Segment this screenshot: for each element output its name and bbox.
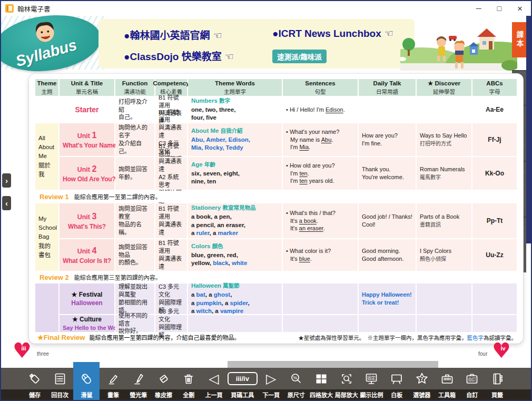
toc-button[interactable]: 回目次 <box>48 368 72 400</box>
culture-title-cell: ★ Culture Say Hello to the World <box>60 315 114 332</box>
starter-abcs-cell: Aa-Ee <box>472 97 517 122</box>
region-zoom-button[interactable]: 局部放大 <box>335 368 358 400</box>
starter-sentences-cell: • Hi / Hello! I'm Edison. <box>283 97 358 122</box>
link-hanlin-english-site[interactable]: ●翰林國小英語官網☜ <box>124 27 222 42</box>
unit1-title-cell: Unit 1 What's Your Name? <box>60 123 114 156</box>
unit3-function-cell: 詢問並回答教室 物品的名稱。 <box>115 203 154 238</box>
col-header-discover: ★ Discover延伸學習 <box>417 79 471 96</box>
number-picker-button[interactable]: 7 選號器 <box>410 368 434 400</box>
pen-button[interactable]: 畫筆 <box>102 368 125 400</box>
culture-competency-cell: C3 多元文化 與國際理解 <box>155 315 187 332</box>
unit1-daily-cell: How are you? I'm fine. <box>359 123 416 156</box>
col-header-daily-talk: Daily Talk日常用語 <box>359 79 416 96</box>
toc-icon <box>53 368 67 389</box>
unit3-daily-cell: Good job! / Thanks! Cool! <box>359 203 416 238</box>
page-tab-button[interactable]: 頁籤 <box>486 368 509 400</box>
unit2-competency-cell: B1 符號運用 與溝通表達 A2 系統思考 與解決問題 <box>155 157 187 190</box>
quad-zoom-button[interactable]: 四格放大 <box>310 368 333 400</box>
culture-sentences-cell <box>283 315 358 332</box>
page-number-tool-button[interactable]: iii/iv 頁碼工具 <box>228 368 258 400</box>
unit1-sentences-cell: • What's your name?My name is Abu.I'm Mi… <box>283 123 358 156</box>
eraser-icon <box>156 368 171 389</box>
quiz-fun-chip-button[interactable]: 速測派/趣味派 <box>272 50 327 63</box>
unit4-abcs-cell: Uu-Zz <box>472 239 517 271</box>
unit4-function-cell: 詢問並回答物品 的顏色。 <box>115 239 154 271</box>
starter-title-cell: Starter <box>60 97 114 122</box>
unit1-discover-cell: Ways to Say Hello打招呼的方式 <box>417 123 471 156</box>
next-page-button[interactable]: ▷ 下一頁 <box>260 368 283 400</box>
pointer-hand-icon: ☜ <box>213 30 222 41</box>
delete-all-button[interactable]: 全刪 <box>177 368 200 400</box>
unit2-daily-cell: Thank you. You're welcome. <box>359 157 416 190</box>
kids-walking-illustration <box>400 17 517 71</box>
unit2-discover-cell: Roman Numerals羅馬數字 <box>417 157 471 190</box>
whiteboard-icon <box>389 368 404 389</box>
festival-theme-cell <box>35 283 58 332</box>
unit2-function-cell: 詢問並回答年齡。 <box>115 157 154 190</box>
unit3-title-cell: Unit 3 What's This? <box>60 203 114 238</box>
col-header-sentences: Sentences句型 <box>283 79 358 96</box>
unit1-abcs-cell: Ff-Jj <box>472 123 517 156</box>
window-title: 翰林電子書 <box>17 4 51 14</box>
page-word-right: four <box>478 351 487 357</box>
link-icrt-news-lunchbox[interactable]: ●ICRT News Lunchbox☜ <box>272 27 393 40</box>
festival-sentences-cell <box>283 283 358 314</box>
festival-abcs-cell <box>472 283 517 314</box>
close-button[interactable]: × <box>517 4 523 13</box>
custom-tool-button[interactable]: 自訂 自訂 <box>460 368 484 400</box>
unit4-words-cell: Colors 顏色 blue, green, red,yellow, black… <box>188 239 282 271</box>
unit4-daily-cell: Good morning. Good afternoon. <box>359 239 416 271</box>
col-header-abcs: ABCs字母 <box>472 79 517 96</box>
highlighter-button[interactable]: 螢光筆 <box>127 368 150 400</box>
festival-discover-cell <box>417 283 471 314</box>
expand-panel-button[interactable]: › <box>2 173 11 188</box>
unit1-words-cell: About Me 自我介紹 Abu, Amber, Edison,Mia, Ro… <box>188 123 282 156</box>
tab-textbook[interactable]: 課本 <box>512 22 526 57</box>
culture-discover-cell <box>417 315 471 332</box>
culture-function-cell: 使用不同的語言 說你好。 <box>115 315 154 332</box>
whiteboard-button[interactable]: 白板 <box>385 368 408 400</box>
mouse-icon <box>79 368 94 389</box>
pointer-hand-icon: ☜ <box>225 51 234 62</box>
col-header-unit-title: Unit & Title單元名稱 <box>60 79 114 96</box>
starter-function-cell: 打招呼及介紹 自己。 <box>115 97 154 122</box>
col-header-theme: Theme主題 <box>35 79 58 96</box>
mouse-tool-button[interactable]: 滑鼠 <box>73 362 100 400</box>
syllabus-table: Theme主題 Unit & Title單元名稱 Function溝通功能 Co… <box>35 79 517 332</box>
link-classdojo[interactable]: ●ClassDojo 快樂教室☜ <box>124 48 234 63</box>
col-header-theme-words: Theme Words主題單字 <box>188 79 282 96</box>
maximize-button[interactable]: □ <box>497 5 501 12</box>
custom-tool-icon: 自訂 <box>465 368 479 389</box>
festival-title-cell: ★ Festival Halloween <box>60 283 114 314</box>
starter-words-cell: Numbers 數字 one, two, three,four, five <box>188 97 282 122</box>
prev-page-button[interactable]: ◁ 上一頁 <box>202 368 225 400</box>
window-controls: ─ □ × <box>476 4 531 13</box>
collapse-panel-button[interactable]: ‹ <box>2 196 11 210</box>
header-link-panel: ●翰林國小英語官網☜ ●ICRT News Lunchbox☜ ●ClassDo… <box>98 19 415 69</box>
vocabulary-footnote: ★星號處為彈性學習單元。 ※主題單字一欄內，黑色字為應用字彙，藍色字為認讀字彙。 <box>298 334 517 341</box>
original-size-button[interactable]: % 原尺寸 <box>284 368 308 400</box>
unit4-competency-cell: B1 符號運用 與溝通表達 <box>155 239 187 271</box>
svg-text:固定: 固定 <box>368 375 376 380</box>
unit2-words-cell: Age 年齡 six, seven, eight,nine, ten <box>188 157 282 190</box>
unit2-sentences-cell: • How old are you?I'm ten.I'm ten years … <box>283 157 358 190</box>
eraser-button[interactable]: 橡皮擦 <box>152 368 175 400</box>
minimize-button[interactable]: ─ <box>476 5 481 12</box>
original-size-icon: % <box>289 368 303 389</box>
unit4-discover-cell: I Spy Colors顏色小偵探 <box>417 239 471 271</box>
syllabus-page: Theme主題 Unit & Title單元名稱 Function溝通功能 Co… <box>29 74 523 344</box>
unit2-title-cell: Unit 2 How Old Are You? <box>60 157 114 190</box>
theme-all-about-me: All About Me 關於我 <box>35 123 58 190</box>
horizontal-scrollbar[interactable] <box>228 361 438 368</box>
save-button[interactable]: 儲存 <box>23 368 46 400</box>
toolbox-button[interactable]: 工具箱 <box>436 368 459 400</box>
app-window: 翰林電子書 ─ □ × Syllabus ●翰林國小英語官網☜ ●ICRT Ne… <box>0 0 532 401</box>
display-scale-button[interactable]: 固定 顯示比例 <box>360 368 383 400</box>
next-page-icon: ▷ <box>266 368 276 389</box>
final-review-row: ★Final Review能綜合應用第一至第四課的內容，介紹自己最喜愛的物品。 … <box>37 333 517 341</box>
svg-text:%: % <box>293 375 298 380</box>
toolbox-icon <box>440 368 455 389</box>
unit3-sentences-cell: • What's this / that?It's a book.It's an… <box>283 203 358 238</box>
unit3-words-cell: Stationery 教室常見物品 a book, a pen,a pencil… <box>188 203 282 238</box>
page-number-heart-right: ♥ iv <box>492 341 516 364</box>
